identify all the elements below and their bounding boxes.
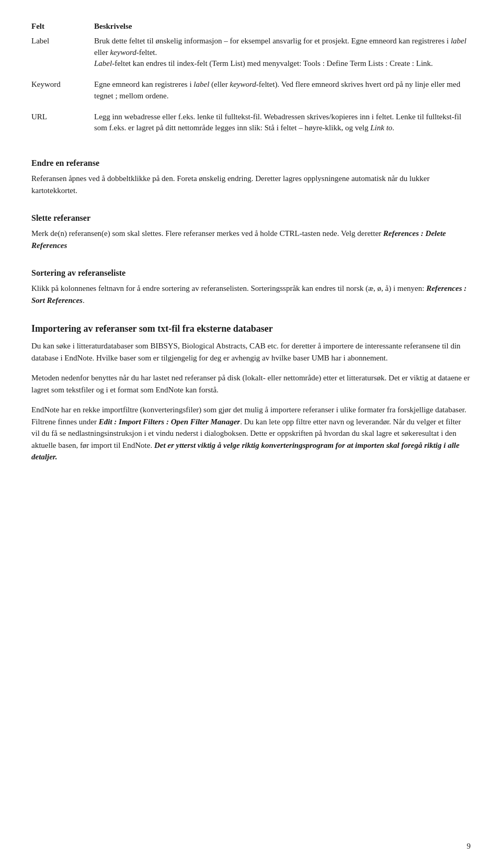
keyword-desc: Egne emneord kan registreres i label (el… bbox=[94, 80, 460, 100]
table-row: Label Bruk dette feltet til ønskelig inf… bbox=[31, 32, 471, 77]
url-felt: URL bbox=[31, 112, 47, 121]
keyword-felt: Keyword bbox=[31, 80, 61, 88]
table-row: URL Legg inn webadresse eller f.eks. len… bbox=[31, 109, 471, 142]
fields-table: Felt Beskrivelse Label Bruk dette feltet… bbox=[31, 21, 471, 141]
importering-body-3: EndNote har en rekke importfiltre (konve… bbox=[31, 404, 471, 463]
slette-body: Merk de(n) referansen(e) som skal slette… bbox=[31, 228, 471, 251]
beskrivelse-header: Beskrivelse bbox=[94, 22, 132, 30]
sortering-section: Sortering av referanseliste Klikk på kol… bbox=[31, 267, 471, 306]
slette-section: Slette referanser Merk de(n) referansen(… bbox=[31, 212, 471, 251]
endre-section: Endre en referanse Referansen åpnes ved … bbox=[31, 157, 471, 196]
slette-heading: Slette referanser bbox=[31, 212, 471, 224]
importering-body-1: Du kan søke i litteraturdatabaser som BI… bbox=[31, 340, 471, 364]
endre-heading: Endre en referanse bbox=[31, 157, 471, 170]
url-desc: Legg inn webadresse eller f.eks. lenke t… bbox=[94, 112, 461, 132]
sortering-heading: Sortering av referanseliste bbox=[31, 267, 471, 279]
label-desc: Bruk dette feltet til ønskelig informasj… bbox=[94, 37, 466, 68]
label-felt: Label bbox=[31, 37, 49, 45]
importering-section: Importering av referanser som txt-fil fr… bbox=[31, 322, 471, 463]
table-row: Keyword Egne emneord kan registreres i l… bbox=[31, 77, 471, 109]
importering-heading: Importering av referanser som txt-fil fr… bbox=[31, 322, 471, 336]
endre-body: Referansen åpnes ved å dobbeltklikke på … bbox=[31, 173, 471, 196]
importering-body-2: Metoden nedenfor benyttes når du har las… bbox=[31, 372, 471, 396]
sortering-body: Klikk på kolonnenes feltnavn for å endre… bbox=[31, 283, 471, 306]
table-header-row: Felt Beskrivelse bbox=[31, 21, 471, 32]
felt-header: Felt bbox=[31, 22, 44, 30]
